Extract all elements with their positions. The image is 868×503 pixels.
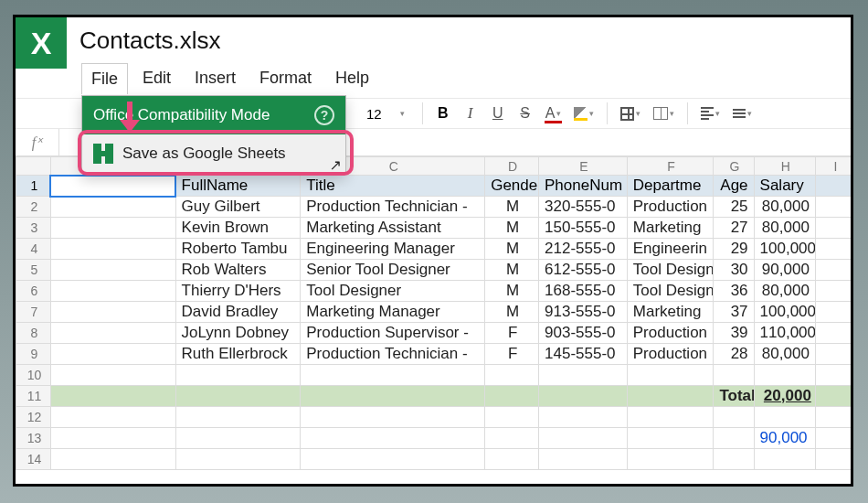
cell[interactable] [714,428,754,449]
strikethrough-button[interactable]: S [514,102,536,125]
cell-A1[interactable] [50,176,175,197]
table-row[interactable]: 1390,000 [16,428,854,449]
h-align-button[interactable] [697,102,724,125]
cell-gender[interactable]: F [485,344,539,365]
header-salary[interactable]: Salary [754,176,815,197]
cell-salary[interactable]: 110,000 [754,323,815,344]
row-head[interactable]: 2 [16,197,51,218]
cell[interactable] [815,344,853,365]
menu-format[interactable]: Format [250,63,321,94]
row-head[interactable]: 9 [16,344,51,365]
cell-age[interactable]: 30 [714,260,754,281]
cell[interactable] [175,428,301,449]
cell[interactable] [815,239,853,260]
cell[interactable] [815,218,853,239]
italic-button[interactable]: I [460,102,482,125]
cell-fullname[interactable]: Ruth Ellerbrock [175,344,301,365]
cell[interactable] [815,176,853,197]
cell[interactable] [485,365,539,386]
cell[interactable] [50,365,175,386]
cell-dept[interactable]: Production [627,323,714,344]
cell-title[interactable]: Engineering Manager [301,239,485,260]
cell[interactable] [50,323,175,344]
cell-gender[interactable]: M [485,281,539,302]
header-dept[interactable]: Departme [627,176,714,197]
cell-age[interactable]: 29 [714,239,754,260]
cell-fullname[interactable]: Roberto Tambu [175,239,301,260]
cell[interactable] [815,407,853,428]
cell[interactable] [539,407,628,428]
cell-phone[interactable]: 320-555-0 [539,197,628,218]
cell-title[interactable]: Marketing Manager [301,302,485,323]
font-size-dropdown[interactable] [391,102,413,125]
menu-help[interactable]: Help [326,63,378,94]
cell-dept[interactable]: Marketing [627,218,714,239]
table-row[interactable]: 8JoLynn DobneyProduction Supervisor -F90… [16,323,854,344]
cell-fullname[interactable]: Guy Gilbert [175,197,301,218]
cell-gender[interactable]: F [485,323,539,344]
col-G[interactable]: G [714,157,754,176]
table-row[interactable]: 12 [16,407,854,428]
total-label[interactable]: Total [714,386,754,407]
cell-age[interactable]: 37 [714,302,754,323]
fx-icon[interactable]: fˣ [16,129,59,155]
merge-button[interactable] [650,102,678,125]
cell-salary[interactable]: 80,000 [754,218,815,239]
row-head[interactable]: 4 [16,239,51,260]
menu-insert[interactable]: Insert [185,63,245,94]
col-H[interactable]: H [754,157,815,176]
cell-salary[interactable]: 80,000 [754,344,815,365]
table-row[interactable]: 2Guy GilbertProduction Technician -M320-… [16,197,854,218]
header-phone[interactable]: PhoneNum [539,176,628,197]
font-size-value[interactable]: 12 [363,102,386,125]
cell[interactable] [175,449,301,470]
cell[interactable] [627,407,714,428]
table-row[interactable]: 4Roberto TambuEngineering ManagerM212-55… [16,239,854,260]
cell[interactable] [50,281,175,302]
cell-salary[interactable]: 80,000 [754,281,815,302]
table-row[interactable]: 14 [16,449,854,470]
cell-title[interactable]: Production Supervisor - [301,323,485,344]
cell-fullname[interactable]: Kevin Brown [175,218,301,239]
cell-gender[interactable]: M [485,260,539,281]
cell-gender[interactable]: M [485,218,539,239]
cell[interactable] [175,386,301,407]
cell[interactable] [815,449,853,470]
table-row[interactable]: 5Rob WaltersSenior Tool DesignerM612-555… [16,260,854,281]
cell-salary[interactable]: 80,000 [754,197,815,218]
save-as-google-sheets[interactable]: Save as Google Sheets [82,134,345,173]
menu-file[interactable]: File [81,63,128,94]
cell-phone[interactable]: 212-555-0 [539,239,628,260]
cell[interactable] [815,386,853,407]
col-D[interactable]: D [485,157,539,176]
cell[interactable] [485,407,539,428]
cell-blue-value[interactable]: 90,000 [754,428,815,449]
cell[interactable] [50,302,175,323]
cell-phone[interactable]: 150-555-0 [539,218,628,239]
col-F[interactable]: F [627,157,714,176]
cell[interactable] [50,239,175,260]
cell[interactable] [50,197,175,218]
cell-dept[interactable]: Production [627,344,714,365]
cell-title[interactable]: Tool Designer [301,281,485,302]
cell-age[interactable]: 25 [714,197,754,218]
spreadsheet-grid[interactable]: A B C D E F G H I 1 FullName Title Ge [16,156,851,470]
cell[interactable] [539,365,628,386]
v-align-button[interactable] [729,102,756,125]
cell-title[interactable]: Production Technician - [301,197,485,218]
cell[interactable] [301,449,485,470]
cell-dept[interactable]: Production [627,197,714,218]
cell[interactable] [50,260,175,281]
row-head[interactable]: 14 [16,449,51,470]
cell[interactable] [539,449,628,470]
header-gender[interactable]: Gende [485,176,539,197]
text-color-button[interactable]: A [542,102,566,125]
cell[interactable] [627,428,714,449]
col-E[interactable]: E [539,157,628,176]
cell[interactable] [754,365,815,386]
cell[interactable] [301,407,485,428]
cell-phone[interactable]: 903-555-0 [539,323,628,344]
cell[interactable] [301,365,485,386]
cell[interactable] [50,449,175,470]
header-age[interactable]: Age [714,176,754,197]
